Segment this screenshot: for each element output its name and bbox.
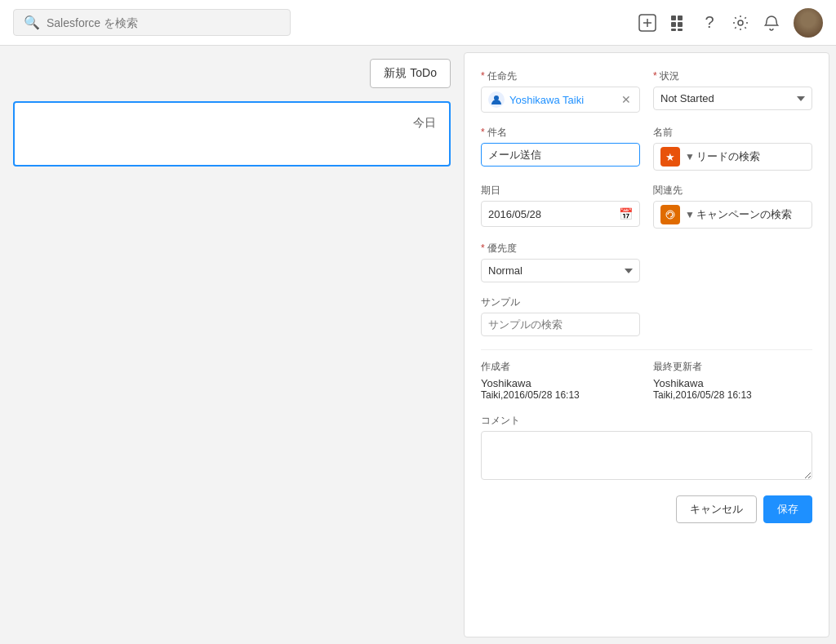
last-updated-label: 最終更新者 (653, 360, 812, 374)
priority-col: 優先度 High Normal Low (481, 242, 640, 282)
header-icons: ? (638, 8, 823, 38)
name-dropdown-button[interactable]: ▼ (683, 151, 696, 162)
last-updated-detail: Taiki,2016/05/28 16:13 (653, 389, 812, 401)
settings-icon[interactable] (732, 14, 749, 32)
help-icon[interactable]: ? (700, 14, 718, 32)
related-lookup-field[interactable]: ▼ キャンペーンの検索 (653, 201, 812, 229)
created-by-col: 作成者 Yoshikawa Taiki,2016/05/28 16:13 (481, 360, 640, 401)
form-footer: キャンセル 保存 (481, 495, 812, 523)
svg-point-9 (738, 20, 743, 25)
empty-col-4 (653, 242, 812, 282)
subject-input[interactable] (481, 143, 640, 167)
comment-section: コメント (481, 414, 812, 482)
date-value: 2016/05/28 (488, 208, 619, 220)
avatar[interactable] (794, 8, 823, 38)
today-label: 今日 (28, 116, 436, 131)
cancel-button[interactable]: キャンセル (676, 495, 757, 523)
svg-rect-4 (678, 16, 683, 20)
subject-label: 件名 (481, 126, 640, 140)
status-label: 状況 (653, 69, 812, 83)
assignee-col: 任命先 Yoshikawa Taiki ✕ (481, 69, 640, 113)
form-row-1: 任命先 Yoshikawa Taiki ✕ 状況 Not Started (481, 69, 812, 113)
notifications-icon[interactable] (763, 14, 780, 32)
header: 🔍 ? (0, 0, 836, 46)
created-by-name: Yoshikawa (481, 377, 640, 389)
calendar-icon[interactable]: 📅 (619, 207, 633, 220)
name-label: 名前 (653, 126, 812, 140)
main-content: 新規 ToDo 今日 任命先 Yoshikawa Taiki ✕ (0, 46, 836, 644)
subject-col: 件名 (481, 126, 640, 171)
status-col: 状況 Not Started In Progress Completed (653, 69, 812, 113)
left-panel: 新規 ToDo 今日 (0, 46, 464, 644)
lead-icon: ★ (660, 147, 680, 167)
related-dropdown-button[interactable]: ▼ (683, 209, 696, 220)
assignee-field[interactable]: Yoshikawa Taiki ✕ (481, 87, 640, 113)
svg-rect-5 (671, 22, 676, 27)
priority-select[interactable]: High Normal Low (481, 259, 640, 282)
assignee-avatar-icon (488, 91, 505, 108)
name-col: 名前 ★ ▼ リードの検索 (653, 126, 812, 171)
related-placeholder-text: キャンペーンの検索 (696, 207, 805, 222)
campaign-icon (660, 205, 680, 224)
remove-assignee-button[interactable]: ✕ (620, 93, 633, 106)
name-lookup-field[interactable]: ★ ▼ リードの検索 (653, 143, 812, 171)
search-icon: 🔍 (24, 15, 40, 30)
svg-rect-3 (671, 16, 676, 20)
svg-rect-8 (678, 29, 683, 31)
sample-col: サンプル (481, 295, 640, 336)
sample-input[interactable] (481, 313, 640, 336)
name-placeholder-text: リードの検索 (696, 149, 805, 164)
created-by-label: 作成者 (481, 360, 640, 374)
form-row-3: 期日 2016/05/28 📅 関連先 ▼ キャンペーンの検索 (481, 184, 812, 229)
related-label: 関連先 (653, 184, 812, 198)
divider (481, 349, 812, 350)
author-section: 作成者 Yoshikawa Taiki,2016/05/28 16:13 最終更… (481, 360, 812, 401)
form-panel: 任命先 Yoshikawa Taiki ✕ 状況 Not Started (464, 52, 829, 637)
date-col: 期日 2016/05/28 📅 (481, 184, 640, 229)
today-card: 今日 (13, 101, 451, 167)
search-bar[interactable]: 🔍 (13, 9, 291, 36)
add-icon[interactable] (638, 14, 656, 32)
comment-label: コメント (481, 414, 812, 428)
svg-rect-6 (678, 22, 683, 27)
status-select[interactable]: Not Started In Progress Completed (653, 87, 812, 110)
last-updated-col: 最終更新者 Yoshikawa Taiki,2016/05/28 16:13 (653, 360, 812, 401)
grid-icon[interactable] (669, 14, 687, 32)
save-button[interactable]: 保存 (763, 495, 812, 523)
date-field[interactable]: 2016/05/28 📅 (481, 201, 640, 227)
search-input[interactable] (47, 16, 280, 29)
created-by-detail: Taiki,2016/05/28 16:13 (481, 389, 640, 401)
new-todo-button-area: 新規 ToDo (13, 59, 451, 88)
form-row-4: 優先度 High Normal Low (481, 242, 812, 282)
form-row-2: 件名 名前 ★ ▼ リードの検索 (481, 126, 812, 171)
comment-textarea[interactable] (481, 431, 812, 480)
date-label: 期日 (481, 184, 640, 198)
empty-col-5 (653, 295, 812, 336)
priority-label: 優先度 (481, 242, 640, 255)
svg-rect-7 (671, 29, 676, 31)
last-updated-name: Yoshikawa (653, 377, 812, 389)
form-row-5: サンプル (481, 295, 812, 336)
new-todo-button[interactable]: 新規 ToDo (370, 59, 451, 88)
assignee-name: Yoshikawa Taiki (509, 94, 620, 106)
assignee-label: 任命先 (481, 69, 640, 83)
related-col: 関連先 ▼ キャンペーンの検索 (653, 184, 812, 229)
sample-label: サンプル (481, 295, 640, 309)
